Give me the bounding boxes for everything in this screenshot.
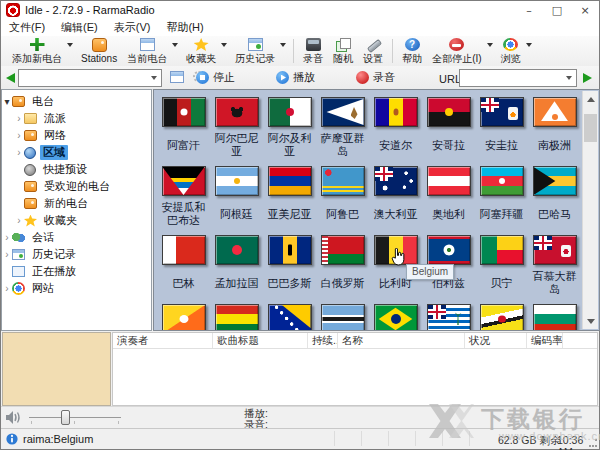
column-bitrate[interactable]: 编码率 (527, 333, 563, 348)
region-item-bulgaria[interactable] (528, 304, 581, 331)
region-item-biot[interactable] (422, 304, 475, 331)
chevron-icon[interactable]: › (14, 113, 24, 124)
region-item-australia[interactable]: 澳大利亚 (369, 166, 422, 235)
column-song-title[interactable]: 歌曲标题 (213, 333, 308, 348)
browse-button[interactable]: 浏览 (496, 36, 526, 66)
play-button[interactable]: 播放 (276, 70, 315, 85)
help-button[interactable]: ? 帮助 (397, 36, 427, 66)
region-item-argentina[interactable]: 阿根廷 (210, 166, 263, 235)
go-arrow-icon[interactable] (583, 73, 592, 83)
region-item-andorra[interactable]: 安道尔 (369, 97, 422, 166)
region-item-antarctica[interactable]: 南极洲 (528, 97, 581, 166)
record-button[interactable]: 录音 (298, 36, 328, 66)
search-input[interactable] (22, 72, 145, 85)
add-station-button[interactable]: 添加新电台 (7, 36, 67, 66)
sidebar-item-now-playing[interactable]: 正在播放 (2, 263, 151, 280)
region-item-barbados[interactable]: 巴巴多斯 (263, 235, 316, 304)
region-item-bosnia[interactable] (263, 304, 316, 331)
sidebar-item-regions[interactable]: › 区域 (2, 144, 151, 161)
close-button[interactable]: × (571, 1, 599, 19)
search-dropdown-icon[interactable] (147, 71, 160, 85)
region-item-benin[interactable]: 贝宁 (475, 235, 528, 304)
add-station-dropdown-icon[interactable] (67, 43, 73, 47)
search-combobox[interactable] (18, 69, 162, 87)
find-station-icon[interactable] (170, 71, 184, 83)
sidebar-item-new-stations[interactable]: 新的电台 (2, 195, 151, 212)
region-item-armenia[interactable]: 亚美尼亚 (263, 166, 316, 235)
region-item-bahamas[interactable]: 巴哈马 (528, 166, 581, 235)
record-stream-button[interactable]: 录音 (356, 70, 395, 85)
back-arrow-icon[interactable] (6, 73, 15, 83)
stop-all-dropdown-icon[interactable] (487, 43, 493, 47)
sidebar-item-presets[interactable]: 快捷预设 (2, 161, 151, 178)
scroll-down-icon[interactable] (583, 313, 598, 329)
favorites-button[interactable]: 收藏夹 (181, 36, 221, 66)
settings-button[interactable]: 设置 (358, 36, 388, 66)
region-item-algeria[interactable]: 阿尔及利亚 (263, 97, 316, 166)
chevron-expanded-icon[interactable]: ▾ (2, 96, 12, 107)
history-dropdown-icon[interactable] (280, 43, 286, 47)
menu-help[interactable]: 帮助(H) (166, 20, 203, 35)
flag-antigua-icon (162, 166, 206, 196)
menu-view[interactable]: 表示(V) (114, 20, 151, 35)
region-item-brunei[interactable] (475, 304, 528, 331)
resize-grip[interactable] (588, 438, 598, 448)
sidebar-item-websites[interactable]: › 网站 (2, 280, 151, 297)
sidebar-item-genres[interactable]: › 流派 (2, 110, 151, 127)
volume-slider[interactable] (29, 407, 121, 429)
region-item-american-samoa[interactable]: 萨摩亚群岛 (316, 97, 369, 166)
stop-all-button[interactable]: 全部停止(I) (427, 36, 486, 66)
region-item-austria[interactable]: 奥地利 (422, 166, 475, 235)
chevron-icon[interactable]: › (14, 215, 24, 226)
menu-edit[interactable]: 编辑(E) (61, 20, 98, 35)
sidebar-item-stations[interactable]: ▾ 电台 (2, 93, 151, 110)
scrollbar-thumb[interactable] (584, 114, 597, 142)
flags-scrollbar[interactable] (582, 91, 598, 329)
chevron-icon[interactable]: › (2, 249, 12, 260)
region-item-bhutan[interactable] (157, 304, 210, 331)
chevron-icon[interactable]: › (14, 130, 24, 141)
volume-slider-thumb[interactable] (61, 410, 70, 425)
column-artist[interactable]: 演奏者 (113, 333, 213, 348)
minimize-button[interactable]: – (515, 1, 543, 19)
sidebar-item-favorites[interactable]: › 收藏夹 (2, 212, 151, 229)
region-item-brazil[interactable] (369, 304, 422, 331)
url-dropdown-icon[interactable] (562, 71, 575, 85)
region-item-bahrain[interactable]: 巴林 (157, 235, 210, 304)
region-item-bangladesh[interactable]: 孟加拉国 (210, 235, 263, 304)
chevron-icon[interactable]: › (2, 232, 12, 243)
menu-file[interactable]: 文件(F) (9, 20, 45, 35)
scroll-up-icon[interactable] (583, 91, 598, 107)
column-name[interactable]: 名称 (338, 333, 465, 348)
region-item-albania[interactable]: 阿尔巴尼亚 (210, 97, 263, 166)
current-station-button[interactable]: 当前电台 (122, 36, 172, 66)
url-combobox[interactable] (459, 69, 577, 87)
column-status[interactable]: 状况 (465, 333, 527, 348)
region-item-botswana[interactable] (316, 304, 369, 331)
maximize-button[interactable]: □ (543, 1, 571, 19)
stop-playback-button[interactable]: 停止 (196, 70, 235, 85)
chevron-icon[interactable]: › (2, 283, 12, 294)
column-duration[interactable]: 持续... (308, 333, 338, 348)
region-item-bermuda[interactable]: 百慕大群岛 (528, 235, 581, 304)
region-item-anguilla[interactable]: 安圭拉 (475, 97, 528, 166)
history-button[interactable]: 历史记录 (230, 36, 280, 66)
sidebar-item-networks[interactable]: › 网络 (2, 127, 151, 144)
random-button[interactable]: 随机 (328, 36, 358, 66)
region-item-bolivia[interactable] (210, 304, 263, 331)
region-item-azerbaijan[interactable]: 阿塞拜疆 (475, 166, 528, 235)
current-station-dropdown-icon[interactable] (172, 43, 178, 47)
sidebar-item-history[interactable]: › 历史记录 (2, 246, 151, 263)
favorites-dropdown-icon[interactable] (221, 43, 227, 47)
sidebar-item-popular-stations[interactable]: 受欢迎的电台 (2, 178, 151, 195)
region-item-afghanistan[interactable]: 阿富汗 (157, 97, 210, 166)
browse-dropdown-icon[interactable] (526, 43, 532, 47)
region-item-angola[interactable]: 安哥拉 (422, 97, 475, 166)
region-item-belarus[interactable]: 白俄罗斯 (316, 235, 369, 304)
stations-button[interactable]: Stations (76, 36, 122, 66)
url-input[interactable] (463, 72, 560, 85)
sidebar-item-sessions[interactable]: › 会话 (2, 229, 151, 246)
chevron-icon[interactable]: › (14, 147, 24, 158)
region-item-antigua-and-barbuda[interactable]: 安提瓜和巴布达 (157, 166, 210, 235)
region-item-aruba[interactable]: 阿鲁巴 (316, 166, 369, 235)
